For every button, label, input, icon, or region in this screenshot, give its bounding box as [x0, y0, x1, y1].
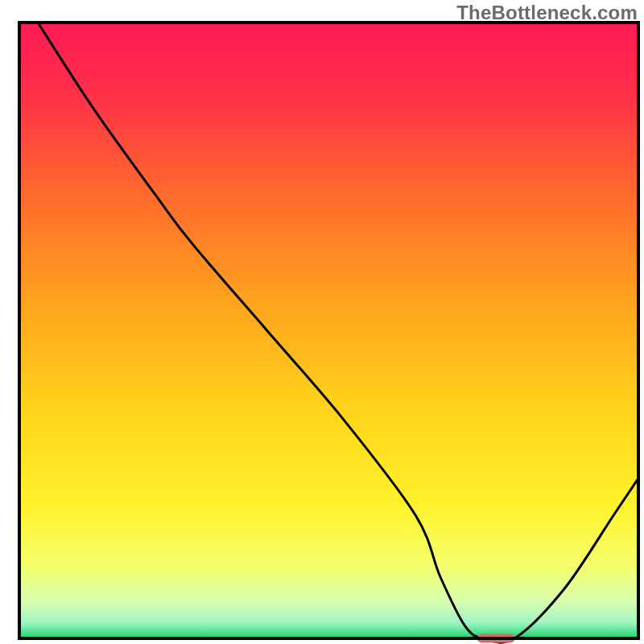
chart-container: TheBottleneck.com [0, 0, 644, 644]
watermark-text: TheBottleneck.com [456, 2, 638, 24]
gradient-background [19, 23, 638, 638]
bottleneck-chart [0, 0, 644, 644]
